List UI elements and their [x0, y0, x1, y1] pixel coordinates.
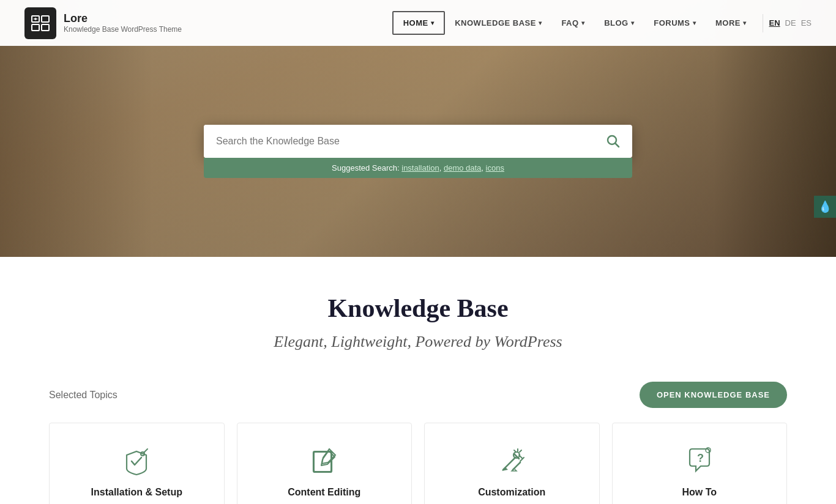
topic-cards: Installation & Setup Introduction Conten…: [49, 423, 787, 504]
nav-forums[interactable]: FORUMS ▾: [644, 12, 706, 34]
water-icon[interactable]: 💧: [814, 196, 836, 218]
logo-text-block: Lore Knowledge Base WordPress Theme: [64, 12, 182, 34]
suggestion-icons[interactable]: icons: [486, 163, 504, 172]
install-icon: [121, 445, 152, 477]
search-box: [204, 125, 632, 158]
suggestion-demo-data[interactable]: demo data: [444, 163, 481, 172]
topic-name-content-editing: Content Editing: [288, 487, 360, 498]
topic-card-installation[interactable]: Installation & Setup Introduction: [49, 423, 225, 504]
edit-icon: [308, 445, 340, 477]
site-logo[interactable]: Lore Knowledge Base WordPress Theme: [24, 7, 182, 39]
topic-name-how-to: How To: [682, 487, 717, 498]
chevron-down-icon: ▾: [431, 20, 435, 26]
main-content: Knowledge Base Elegant, Lightweight, Pow…: [0, 257, 836, 504]
topics-header: Selected Topics OPEN KNOWLEDGE BASE: [49, 382, 787, 408]
chevron-down-icon: ▾: [581, 20, 585, 26]
site-header: Lore Knowledge Base WordPress Theme HOME…: [0, 0, 836, 46]
open-kb-button[interactable]: OPEN KNOWLEDGE BASE: [640, 382, 787, 408]
svg-rect-3: [42, 24, 49, 31]
svg-rect-1: [32, 24, 39, 31]
topic-card-content-editing[interactable]: Content Editing Standard Posts and Pages: [237, 423, 412, 504]
logo-icon: [24, 7, 56, 39]
svg-line-15: [520, 450, 521, 452]
chevron-down-icon: ▾: [693, 20, 696, 26]
search-button[interactable]: [594, 125, 632, 158]
topic-card-how-to[interactable]: ? How To Update the Theme: [612, 423, 788, 504]
topic-name-customization: Customization: [478, 487, 545, 498]
suggestion-installation[interactable]: installation: [401, 163, 439, 172]
chevron-down-icon: ▾: [743, 20, 747, 26]
svg-line-19: [710, 448, 711, 449]
suggestion-bar: Suggested Search: installation, demo dat…: [204, 158, 632, 178]
lang-de[interactable]: DE: [785, 18, 796, 28]
howto-icon: ?: [684, 445, 715, 477]
svg-rect-2: [42, 16, 49, 22]
svg-line-20: [710, 451, 711, 452]
search-wrapper: Suggested Search: installation, demo dat…: [204, 125, 632, 178]
lang-es[interactable]: ES: [801, 18, 812, 28]
logo-tagline: Knowledge Base WordPress Theme: [64, 25, 182, 34]
topics-label: Selected Topics: [49, 390, 118, 401]
search-icon: [606, 135, 620, 148]
nav-blog[interactable]: BLOG ▾: [594, 12, 644, 34]
topic-card-customization[interactable]: Customization Front Page: [424, 423, 600, 504]
nav-more[interactable]: MORE ▾: [706, 12, 756, 34]
svg-line-14: [514, 450, 516, 452]
nav-home[interactable]: HOME ▾: [392, 11, 446, 35]
chevron-down-icon: ▾: [631, 20, 635, 26]
suggestion-label: Suggested Search:: [332, 163, 400, 172]
lang-en[interactable]: EN: [769, 18, 780, 28]
page-subtitle: Elegant, Lightweight, Powered by WordPre…: [49, 333, 787, 351]
page-title: Knowledge Base: [49, 294, 787, 323]
topic-name-installation: Installation & Setup: [91, 487, 182, 498]
customize-icon: [496, 445, 528, 477]
nav-knowledge-base[interactable]: KNOWLEDGE BASE ▾: [445, 12, 551, 34]
nav-divider: [763, 14, 763, 32]
language-switcher: EN DE ES: [769, 18, 812, 28]
svg-line-7: [616, 144, 619, 147]
logo-name: Lore: [64, 12, 182, 26]
search-input[interactable]: [204, 125, 594, 158]
svg-text:?: ?: [697, 452, 704, 464]
chevron-down-icon: ▾: [539, 20, 542, 26]
suggestion-terms: installation, demo data, icons: [401, 163, 504, 172]
nav-faq[interactable]: FAQ ▾: [551, 12, 594, 34]
main-nav: HOME ▾ KNOWLEDGE BASE ▾ FAQ ▾ BLOG ▾ FOR…: [392, 11, 812, 35]
